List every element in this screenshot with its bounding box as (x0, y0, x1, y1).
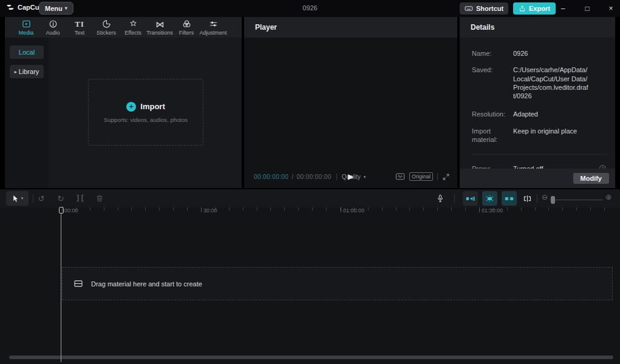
details-title: Details (471, 23, 494, 32)
undo-button[interactable]: ↺ (34, 191, 49, 206)
ruler-label: 30:00 (201, 207, 217, 214)
timeline-toolbar: ▾ ↺ ↻ ][ (0, 189, 620, 207)
divider (33, 194, 33, 203)
timeline-ruler[interactable]: 00:00 30:00 01:00:00 01:30:00 (0, 207, 620, 217)
adjustment-icon (209, 19, 218, 29)
detail-row-saved: Saved: C:/Users/carhe/AppData/Local/CapC… (472, 66, 608, 100)
tab-adjustment[interactable]: Adjustment (200, 17, 227, 38)
timeline-section: ▾ ↺ ↻ ][ (0, 189, 620, 364)
player-panel: Player 00:00:00:00 / 00:00:00:00 Quality… (244, 17, 457, 188)
import-label: Import (140, 102, 165, 111)
chevron-down-icon: ▾ (65, 5, 67, 11)
timeline-zoom-slider[interactable] (550, 200, 603, 200)
playhead-handle[interactable] (59, 207, 64, 214)
zoom-out-icon[interactable]: ⊖ (542, 193, 548, 201)
player-title: Player (255, 23, 277, 32)
detail-row-import-material: Import material: Keep in original place (472, 127, 608, 144)
time-divider: / (291, 174, 293, 180)
plus-icon: + (126, 102, 136, 112)
app-logo: CapCut (6, 3, 41, 12)
timeline-dropzone[interactable]: Drag material here and start to create (62, 267, 613, 300)
detail-row-resolution: Resolution: Adapted (472, 110, 608, 118)
tab-stickers[interactable]: Stickers (93, 17, 120, 38)
title-bar: CapCut Menu ▾ 0926 Shortcut Export (0, 0, 620, 17)
split-button[interactable]: ][ (73, 191, 87, 206)
divider (505, 4, 505, 13)
details-footer: Modify (460, 169, 615, 188)
play-button[interactable]: ▶ (348, 172, 353, 181)
modify-button[interactable]: Modify (573, 173, 609, 184)
select-tool-button[interactable]: ▾ (6, 191, 29, 206)
media-icon (22, 19, 31, 29)
horizontal-scrollbar[interactable] (9, 356, 613, 359)
ruler-label: 01:00:00 (341, 207, 364, 214)
details-panel: Details Name: 0926 Saved: C:/Users/carhe… (460, 17, 615, 188)
ruler-label: 00:00 (62, 207, 78, 214)
minimize-button[interactable]: – (554, 0, 572, 17)
menu-button[interactable]: Menu ▾ (39, 2, 73, 15)
zoom-slider-handle[interactable] (551, 196, 555, 204)
close-button[interactable]: × (602, 0, 620, 17)
tab-media[interactable]: Media (13, 17, 39, 38)
stickers-icon (102, 19, 111, 29)
redo-button[interactable]: ↻ (53, 191, 68, 206)
keyboard-icon (465, 4, 473, 13)
tab-text[interactable]: TI Text (66, 17, 93, 38)
maximize-button[interactable]: □ (578, 0, 596, 17)
current-time: 00:00:00:00 (254, 174, 288, 180)
detail-row-name: Name: 0926 (472, 49, 608, 58)
player-header: Player (244, 17, 457, 38)
divider (472, 154, 608, 155)
player-viewport: 00:00:00:00 / 00:00:00:00 Quality ▾ ▶ Or… (244, 38, 457, 188)
record-voiceover-button[interactable] (433, 191, 448, 206)
text-icon: TI (75, 19, 84, 29)
ruler-label: 01:30:00 (479, 207, 503, 214)
media-panel: Media Audio TI Text (5, 17, 242, 188)
capcut-logo-icon (6, 3, 15, 12)
zoom-in-icon[interactable]: ⊕ (605, 193, 611, 201)
film-frame-icon (73, 279, 83, 288)
divider (437, 174, 438, 180)
tab-effects[interactable]: Effects (120, 17, 146, 38)
import-dropzone[interactable]: + Import Supports: videos, audios, photo… (88, 79, 203, 146)
export-button[interactable]: Export (513, 2, 556, 15)
tab-filters[interactable]: Filters (173, 17, 200, 38)
fullscreen-icon[interactable] (442, 173, 450, 181)
delete-and-move-toggle[interactable] (463, 191, 478, 206)
preview-axis-toggle[interactable] (520, 191, 535, 206)
aspect-ratio-button[interactable]: Original (409, 172, 433, 181)
main-track-magnetism-toggle[interactable] (482, 191, 497, 206)
details-body: Name: 0926 Saved: C:/Users/carhe/AppData… (460, 38, 615, 169)
sidebar-item-library[interactable]: ▸ Library (10, 65, 44, 78)
transitions-icon: ⋈ (155, 19, 164, 29)
tab-audio[interactable]: Audio (39, 17, 66, 38)
media-sidebar: Local ▸ Library (5, 38, 49, 188)
divider (336, 174, 337, 180)
app-name: CapCut (18, 4, 41, 11)
sidebar-item-local[interactable]: Local (10, 46, 44, 59)
chevron-down-icon: ▾ (364, 175, 366, 180)
shortcut-button[interactable]: Shortcut (460, 2, 508, 15)
scopes-icon[interactable] (395, 172, 405, 181)
total-duration: 00:00:00:00 (296, 174, 331, 180)
divider (454, 194, 455, 203)
effects-icon (129, 19, 138, 29)
playhead-line (61, 214, 61, 362)
triangle-right-icon: ▸ (15, 69, 17, 75)
import-hint: Supports: videos, audios, photos (104, 116, 188, 123)
filters-icon (182, 19, 191, 29)
media-tabbar: Media Audio TI Text (5, 17, 242, 38)
cursor-icon (12, 195, 19, 203)
timeline-empty-hint: Drag material here and start to create (91, 280, 202, 288)
linking-toggle[interactable] (502, 191, 517, 206)
player-controls: 00:00:00:00 / 00:00:00:00 Quality ▾ ▶ Or… (244, 167, 457, 188)
project-title: 0926 (302, 4, 317, 12)
divider (537, 194, 537, 203)
chevron-down-icon: ▾ (21, 196, 24, 201)
delete-button[interactable] (92, 191, 107, 206)
audio-icon (49, 19, 58, 29)
tab-transitions[interactable]: ⋈ Transitions (146, 17, 173, 38)
ruler-ticks (62, 207, 615, 211)
details-header: Details (460, 17, 615, 38)
export-icon (519, 5, 526, 12)
